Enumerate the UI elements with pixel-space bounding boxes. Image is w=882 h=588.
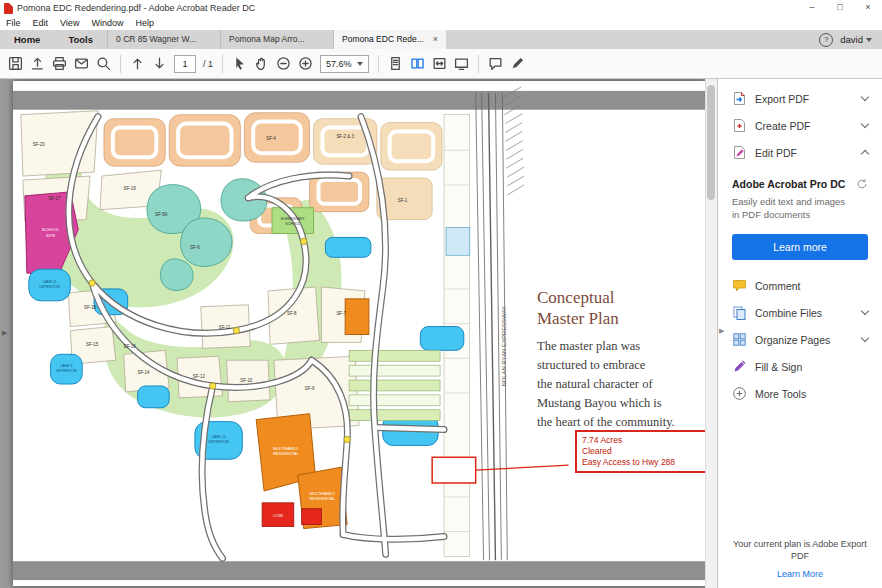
next-page-icon[interactable] [152, 56, 167, 71]
chevron-down-icon [866, 38, 872, 42]
reading-mode-icon[interactable] [454, 56, 469, 71]
more-tools-icon [732, 386, 747, 401]
sidebar-item-organize-pages[interactable]: Organize Pages [718, 326, 882, 353]
user-name: david [840, 34, 863, 45]
comment-tool-icon[interactable] [488, 56, 503, 71]
zoom-out-icon[interactable] [276, 56, 291, 71]
menu-help[interactable]: Help [135, 18, 154, 28]
menu-window[interactable]: Window [91, 18, 123, 28]
plan-title: Conceptual Master Plan [537, 287, 619, 329]
menu-bar: File Edit View Window Help [0, 16, 882, 30]
hand-tool-icon[interactable] [254, 56, 269, 71]
doc-tab-2[interactable]: Pomona Map Arro... [220, 30, 333, 49]
menu-view[interactable]: View [60, 18, 79, 28]
tabbar-right: ? david [819, 30, 882, 49]
previous-page-icon[interactable] [130, 56, 145, 71]
sidebar-item-label: Edit PDF [755, 147, 797, 159]
map-label: SF-18 [84, 305, 97, 310]
vertical-scrollbar[interactable] [705, 79, 717, 588]
search-icon[interactable] [96, 56, 111, 71]
map-label: SF-4 [266, 136, 276, 141]
doc-tab-3-active[interactable]: Pomona EDC Rede... × [333, 30, 446, 49]
export-pdf-icon [732, 91, 747, 106]
sidebar-item-more-tools[interactable]: More Tools [718, 380, 882, 407]
window-controls: – □ × [798, 0, 882, 16]
learn-more-link[interactable]: Learn More [718, 568, 882, 580]
map-bottom-band [13, 561, 707, 580]
organize-pages-icon [732, 332, 747, 347]
sync-icon[interactable] [856, 178, 868, 190]
sidebar-item-comment[interactable]: Comment [718, 272, 882, 299]
tab-bar: Home Tools 0 CR 85 Wagner W... Pomona Ma… [0, 30, 882, 49]
promo-description: Easily edit text and images in PDF docum… [732, 195, 852, 221]
plan-description-line: Mustang Bayou which is [537, 394, 675, 413]
toolbar: / 1 57.6% [0, 49, 882, 79]
chevron-down-icon [357, 62, 363, 66]
map-label: LAKE 11 [43, 280, 57, 284]
map-label: SF-20 [33, 142, 46, 147]
sidebar-item-edit-pdf[interactable]: Edit PDF [718, 139, 882, 166]
annotation-line: Cleared [582, 446, 704, 457]
map-label: SF-10 [240, 378, 253, 383]
scrollbar-thumb[interactable] [707, 85, 715, 200]
zoom-level-dropdown[interactable]: 57.6% [320, 55, 369, 73]
tab-home[interactable]: Home [0, 30, 54, 49]
learn-more-button[interactable]: Learn more [732, 234, 868, 260]
page-number-input[interactable] [174, 55, 196, 73]
two-page-view-icon[interactable] [410, 56, 425, 71]
share-icon[interactable] [30, 56, 45, 71]
menu-edit[interactable]: Edit [33, 18, 49, 28]
sidebar-item-label: Export PDF [755, 93, 809, 105]
select-tool-icon[interactable] [232, 56, 247, 71]
map-label: SF-8 [287, 311, 297, 316]
menu-file[interactable]: File [6, 18, 21, 28]
fill-sign-icon [732, 359, 747, 374]
sidebar-item-export-pdf[interactable]: Export PDF [718, 85, 882, 112]
fit-page-icon[interactable] [388, 56, 403, 71]
chevron-up-icon [861, 150, 869, 158]
map-label: SF-7 [336, 311, 346, 316]
page-total-label: / 1 [203, 59, 213, 69]
map-label: SF-6 [190, 245, 200, 250]
sign-pen-icon[interactable] [510, 56, 525, 71]
doc-tab-1[interactable]: 0 CR 85 Wagner W... [107, 30, 220, 49]
email-icon[interactable] [74, 56, 89, 71]
acrobat-window: Pomona EDC Redendering.pdf - Adobe Acrob… [0, 0, 882, 588]
zoom-in-icon[interactable] [298, 56, 313, 71]
map-label: SF-11 [219, 325, 231, 330]
sidebar-item-fill-sign[interactable]: Fill & Sign [718, 353, 882, 380]
minimize-button[interactable]: – [798, 0, 826, 16]
sidebar-collapse-toggle[interactable]: ▶ [719, 327, 724, 335]
user-menu[interactable]: david [840, 34, 872, 45]
sidebar-item-label: Organize Pages [755, 334, 830, 346]
help-icon[interactable]: ? [819, 33, 833, 47]
edit-pdf-icon [732, 145, 747, 160]
map-label: SITE [46, 233, 55, 238]
doc-tab-3-label: Pomona EDC Rede... [342, 30, 424, 49]
title-bar: Pomona EDC Redendering.pdf - Adobe Acrob… [0, 0, 882, 16]
map-label: SF-12 [193, 374, 206, 379]
annotation-line: 7.74 Acres [582, 435, 704, 446]
sidebar-item-combine-files[interactable]: Combine Files [718, 299, 882, 326]
tab-tools[interactable]: Tools [54, 30, 107, 49]
acrobat-pro-promo: Adobe Acrobat Pro DC Easily edit text an… [718, 166, 882, 221]
fit-width-icon[interactable] [432, 56, 447, 71]
tab-close-icon[interactable]: × [433, 30, 438, 49]
sidebar-item-label: Fill & Sign [755, 361, 802, 373]
sidebar-item-label: Comment [755, 280, 801, 292]
print-icon[interactable] [52, 56, 67, 71]
plan-description-line: structured to embrace [537, 356, 675, 375]
create-pdf-icon [732, 118, 747, 133]
main-area: SF-4SF-2 & 3SF-1SF-19SF-20SF-17SF-5ASF-6… [0, 79, 882, 588]
map-top-band [13, 91, 707, 110]
pdf-file-icon [4, 3, 13, 14]
map-label: SCHOOL [42, 228, 60, 233]
save-icon[interactable] [8, 56, 23, 71]
map-label: SF-16 [124, 344, 137, 349]
sidebar-item-create-pdf[interactable]: Create PDF [718, 112, 882, 139]
tools-sidebar: ▶ Export PDF Create PDF Edit PDF Adobe A… [717, 79, 882, 588]
toolbar-separator [222, 55, 223, 73]
left-panel-toggle[interactable]: ▶ [2, 329, 7, 337]
maximize-button[interactable]: □ [826, 0, 854, 16]
close-button[interactable]: × [854, 0, 882, 16]
